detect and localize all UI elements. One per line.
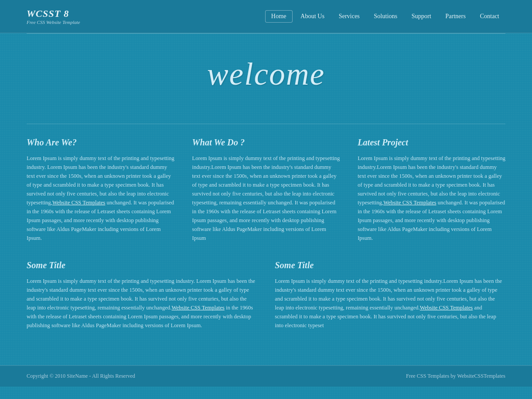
who-are-we-title: Who Are We? bbox=[27, 137, 174, 148]
some-title-2-heading: Some Title bbox=[275, 260, 505, 270]
welcome-title: welcome bbox=[27, 56, 505, 93]
three-col-row: Who Are We? Lorem Ipsum is simply dummy … bbox=[27, 137, 505, 243]
footer-copyright: Copyright © 2010 SiteName - All Rights R… bbox=[27, 373, 135, 379]
logo-subtitle: Free CSS Website Template bbox=[27, 20, 80, 25]
nav-support[interactable]: Support bbox=[405, 10, 437, 23]
what-we-do-body: Lorem Ipsum is simply dummy text of the … bbox=[192, 154, 340, 243]
latest-project-link[interactable]: Website CSS Templates bbox=[383, 200, 436, 206]
what-we-do-title: What We Do ? bbox=[192, 137, 340, 148]
what-we-do-section: What We Do ? Lorem Ipsum is simply dummy… bbox=[192, 137, 340, 243]
logo-title: WCSST 8 bbox=[27, 8, 80, 20]
nav-services[interactable]: Services bbox=[332, 10, 366, 23]
logo-area: WCSST 8 Free CSS Website Template bbox=[27, 8, 80, 25]
some-title-2-link[interactable]: Website CSS Templates bbox=[420, 305, 473, 311]
some-title-1-body: Lorem Ipsum is simply dummy text of the … bbox=[27, 277, 257, 330]
nav-about[interactable]: About Us bbox=[294, 10, 331, 23]
who-are-we-body: Lorem Ipsum is simply dummy text of the … bbox=[27, 154, 174, 243]
welcome-section: welcome bbox=[0, 34, 532, 110]
some-title-1-section: Some Title Lorem Ipsum is simply dummy t… bbox=[27, 260, 257, 330]
content-divider bbox=[27, 124, 505, 124]
header: WCSST 8 Free CSS Website Template Home A… bbox=[0, 0, 532, 33]
some-title-1-heading: Some Title bbox=[27, 260, 257, 270]
some-title-2-section: Some Title Lorem Ipsum is simply dummy t… bbox=[275, 260, 505, 330]
who-are-we-link[interactable]: Website CSS Templates bbox=[52, 200, 105, 206]
some-title-1-link[interactable]: Website CSS Templates bbox=[172, 305, 224, 311]
latest-project-title: Latest Project bbox=[358, 137, 505, 148]
two-col-row: Some Title Lorem Ipsum is simply dummy t… bbox=[27, 260, 505, 330]
main-nav: Home About Us Services Solutions Support… bbox=[265, 10, 505, 23]
content-area: Who Are We? Lorem Ipsum is simply dummy … bbox=[0, 110, 532, 365]
nav-home[interactable]: Home bbox=[265, 10, 293, 23]
some-title-2-body: Lorem Ipsum is simply dummy text of the … bbox=[275, 277, 505, 330]
who-are-we-section: Who Are We? Lorem Ipsum is simply dummy … bbox=[27, 137, 174, 243]
nav-solutions[interactable]: Solutions bbox=[368, 10, 403, 23]
latest-project-section: Latest Project Lorem Ipsum is simply dum… bbox=[358, 137, 505, 243]
latest-project-body: Lorem Ipsum is simply dummy text of the … bbox=[358, 154, 505, 243]
nav-partners[interactable]: Partners bbox=[439, 10, 472, 23]
footer-credit: Free CSS Templates by WebsiteCSSTemplate… bbox=[406, 373, 505, 379]
footer: Copyright © 2010 SiteName - All Rights R… bbox=[0, 365, 532, 387]
nav-contact[interactable]: Contact bbox=[473, 10, 505, 23]
